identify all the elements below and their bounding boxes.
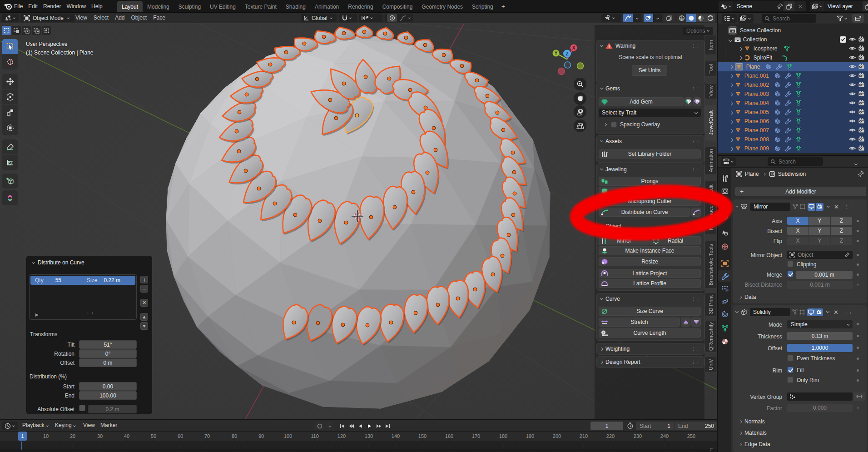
svg-text:Z: Z bbox=[565, 51, 569, 56]
svg-text:X: X bbox=[572, 45, 575, 50]
svg-text:Y: Y bbox=[555, 51, 558, 56]
